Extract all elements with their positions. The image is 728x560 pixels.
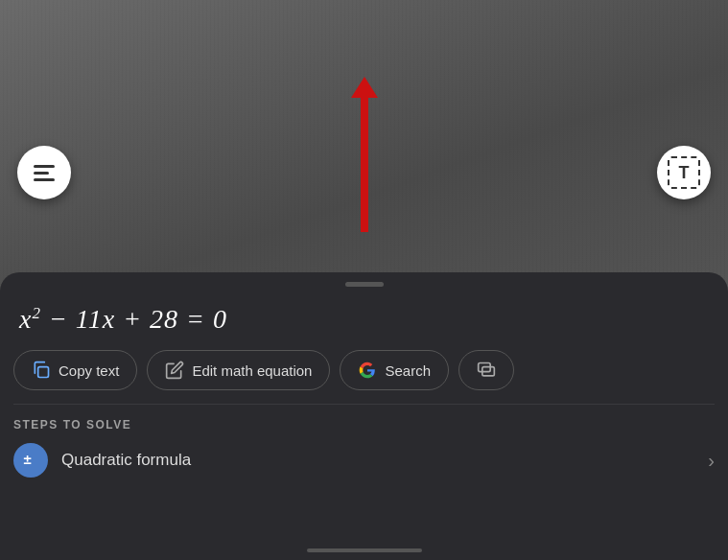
bottom-panel: x2 − 11x + 28 = 0 Copy text Edit math eq… [0,272,728,560]
arrow-shaft [361,98,368,232]
svg-rect-0 [38,367,49,378]
equation-row: x2 − 11x + 28 = 0 [0,287,728,350]
copy-text-label: Copy text [59,362,119,379]
screen-copy-button[interactable] [458,350,514,390]
edit-math-button[interactable]: Edit math equation [147,350,330,390]
pencil-icon [165,361,184,380]
steps-section: STEPS TO SOLVE ± Quadratic formula › [0,405,728,487]
quadratic-label: Quadratic formula [61,451,191,470]
screen-icon [477,361,496,380]
plus-minus-icon: ± [21,451,40,470]
red-arrow [351,77,378,232]
text-selection-button[interactable]: T [657,146,711,199]
steps-item-quadratic[interactable]: ± Quadratic formula › [13,443,715,478]
edit-math-label: Edit math equation [192,362,312,379]
steps-title: STEPS TO SOLVE [13,418,715,432]
scroll-indicator [307,548,422,552]
svg-text:±: ± [24,451,32,467]
arrow-head [351,77,378,98]
action-buttons-row: Copy text Edit math equation Search [0,350,728,404]
copy-icon [32,361,51,380]
filter-lines-icon [34,165,55,181]
search-button[interactable]: Search [340,350,449,390]
chevron-right-icon: › [708,450,715,472]
quadratic-icon: ± [13,443,48,478]
copy-text-button[interactable]: Copy text [13,350,137,390]
search-label: Search [385,362,431,379]
text-select-icon: T [668,156,700,189]
google-icon [358,361,377,380]
filter-menu-button[interactable] [17,146,71,199]
equation-display: x2 − 11x + 28 = 0 [19,304,227,334]
